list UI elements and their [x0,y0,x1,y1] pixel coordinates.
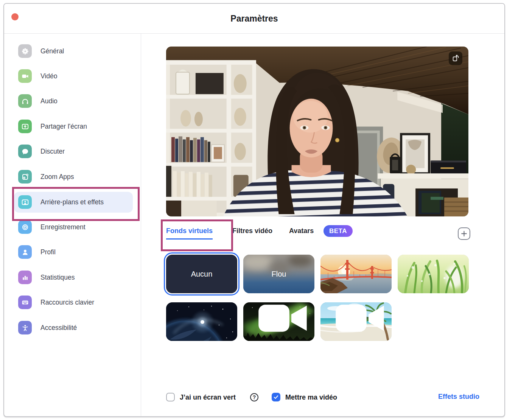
chat-bubble-icon [18,145,32,158]
video-camera-icon [324,302,392,338]
sidebar-item-label: Discuter [40,148,65,156]
background-thumb-grass[interactable] [398,255,469,293]
sidebar-item-label: Audio [40,97,58,105]
question-mark-icon[interactable]: ? [250,393,258,401]
camera-preview [166,47,468,216]
sidebar-item-chat[interactable]: Discuter [4,141,140,162]
screen-share-icon [18,120,32,133]
green-screen-label: J’ai un écran vert [180,393,236,401]
green-screen-checkbox[interactable] [166,393,175,401]
background-thumb-beach[interactable] [320,302,392,341]
profile-icon [18,245,32,259]
background-thumb-aurora[interactable] [243,302,314,341]
mirror-video-checkbox[interactable] [272,393,280,401]
sidebar-item-label: Vidéo [40,72,57,80]
tab-fonds-virtuels[interactable]: Fonds virtuels [166,227,213,240]
sidebar-item-label: Accessibilité [40,324,77,332]
webcam-video-frame [166,47,468,216]
sidebar-item-label: Raccourcis clavier [40,299,94,306]
sidebar-item-label: Enregistrement [40,223,86,231]
sidebar-item-accessibility[interactable]: Accessibilité [4,317,140,338]
sidebar-item-label: Statistiques [40,274,75,282]
studio-effects-link[interactable]: Effets studio [438,393,479,401]
sidebar-item-label: Zoom Apps [40,173,74,181]
record-icon [18,220,32,234]
check-icon [273,394,279,400]
sidebar-item-label: Général [40,47,64,55]
virtual-background-icon [18,195,32,209]
headphones-icon [18,94,32,108]
beta-badge: BETA [323,225,353,237]
accessibility-icon [18,321,32,334]
sidebar-item-label: Profil [40,248,56,256]
sidebar-item-backgrounds[interactable]: Arrière-plans et effets [4,191,140,213]
mirror-video-label: Mettre ma vidéo [285,393,337,401]
keyboard-icon [18,296,32,309]
sidebar-divider [141,34,141,416]
sidebar-item-general[interactable]: Général [4,40,140,62]
video-camera-icon [247,302,314,338]
sidebar-item-label: Partager l'écran [40,123,87,131]
sidebar-item-shortcuts[interactable]: Raccourcis clavier [4,292,140,313]
thumb-label: Flou [243,255,314,293]
settings-window: Paramètres Général Vidéo Audio Partager … [3,3,505,417]
background-thumb-golden-gate[interactable] [320,255,392,293]
sidebar-item-profile[interactable]: Profil [4,241,140,263]
tab-avatars[interactable]: Avatars [289,227,314,235]
thumb-label: Aucun [166,255,237,293]
sidebar-item-screen-share[interactable]: Partager l'écran [4,116,140,137]
video-camera-icon [18,69,32,83]
plus-icon [461,230,467,237]
tab-filtres-video[interactable]: Filtres vidéo [232,227,272,235]
bar-chart-icon [18,271,32,284]
background-thumb-blur[interactable]: Flou [243,255,314,293]
sidebar-item-recording[interactable]: Enregistrement [4,216,140,238]
sidebar-item-zoom-apps[interactable]: Zoom Apps [4,166,140,187]
sidebar-item-audio[interactable]: Audio [4,90,140,112]
gear-icon [18,44,32,58]
zoom-apps-icon [18,170,32,184]
sidebar-item-video[interactable]: Vidéo [4,65,140,87]
rotate-camera-icon[interactable] [449,51,462,65]
sidebar-item-statistics[interactable]: Statistiques [4,267,140,288]
window-title: Paramètres [4,4,504,33]
background-thumb-earth[interactable] [166,302,237,341]
titlebar: Paramètres [4,4,504,34]
background-thumb-none[interactable]: Aucun [166,255,237,293]
sidebar-item-label: Arrière-plans et effets [40,198,104,206]
add-background-button[interactable] [458,227,470,240]
